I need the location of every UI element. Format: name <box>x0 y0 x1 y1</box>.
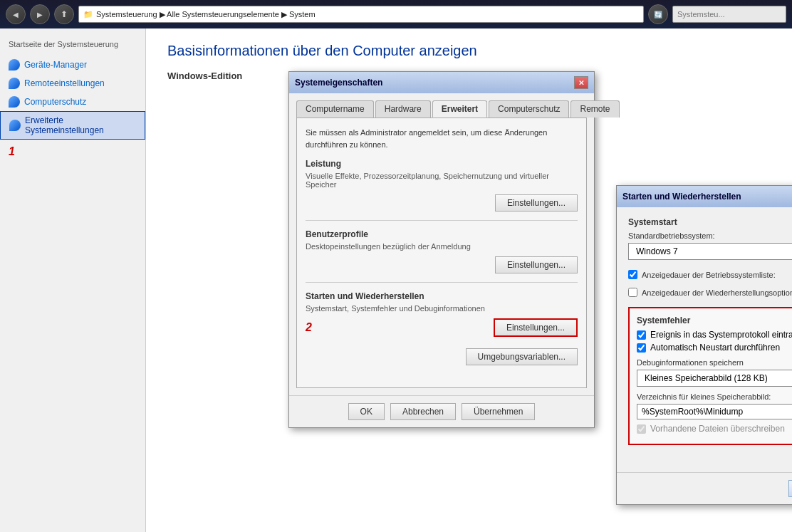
dialog-title: Systemeigenschaften <box>295 78 382 88</box>
systemstart-title: Systemstart <box>628 217 792 227</box>
info-text: Sie müssen als Administrator angemeldet … <box>306 127 578 150</box>
sidebar-title: Startseite der Systemsteuerung <box>0 36 145 56</box>
shield-icon <box>9 59 20 71</box>
tab-content: Sie müssen als Administrator angemeldet … <box>296 118 587 388</box>
tab-hardware[interactable]: Hardware <box>375 100 431 118</box>
anzeigedauer-wh-checkbox[interactable] <box>628 288 637 297</box>
address-text: Systemsteuerung ▶ Alle Systemsteuerungse… <box>96 10 316 19</box>
annotation-2: 2 <box>306 321 312 334</box>
folder-icon: 📁 <box>83 10 93 19</box>
dialog-footer: OK Abbrechen Übernehmen <box>289 395 594 427</box>
debug-label: Debuginformationen speichern <box>637 358 792 367</box>
leistung-settings-btn[interactable]: Einstellungen... <box>495 194 578 212</box>
ereignis-label: Ereignis in das Systemprotokoll eintrage… <box>650 330 792 340</box>
tab-bar: Computername Hardware Erweitert Computer… <box>296 100 587 118</box>
back-btn[interactable]: ◀ <box>6 4 26 24</box>
vorhandene-row: Vorhandene Dateien überschreiben <box>637 424 792 434</box>
ereignis-row: Ereignis in das Systemprotokoll eintrage… <box>637 330 792 340</box>
neustart-label: Automatisch Neustart durchführen <box>650 343 780 353</box>
annotation-1: 1 <box>9 145 15 157</box>
tab-computerschutz[interactable]: Computerschutz <box>489 100 569 118</box>
neustart-checkbox[interactable] <box>637 343 646 353</box>
vorhandene-label: Vorhandene Dateien überschreiben <box>650 424 785 434</box>
benutzer-settings-btn[interactable]: Einstellungen... <box>495 256 578 273</box>
tab-erweitert[interactable]: Erweitert <box>432 100 487 118</box>
close-button[interactable]: ✕ <box>574 76 588 89</box>
divider-1 <box>306 220 578 221</box>
address-bar[interactable]: 📁 Systemsteuerung ▶ Alle Systemsteuerung… <box>78 6 644 23</box>
sidebar-item-remote[interactable]: Remoteeinstellungen <box>0 74 145 93</box>
swh-title: Starten und Wiederherstellen <box>622 192 741 202</box>
standardos-label: Standardbetriebssystem: <box>628 231 792 240</box>
starten-desc: Systemstart, Systemfehler und Debuginfor… <box>306 304 578 313</box>
shield-icon <box>9 78 20 89</box>
search-input[interactable] <box>672 6 786 23</box>
sidebar-item-label: Remoteeinstellungen <box>24 78 105 88</box>
forward-btn[interactable]: ▶ <box>30 4 50 24</box>
swh-titlebar: Starten und Wiederherstellen ✕ <box>617 186 792 207</box>
sidebar-item-label: Geräte-Manager <box>24 60 87 70</box>
taskbar: ◀ ▶ ⬆ 📁 Systemsteuerung ▶ Alle Systemste… <box>0 0 792 28</box>
uebernehmen-btn-syseigen[interactable]: Übernehmen <box>462 403 535 420</box>
benutzer-label: Benutzerprofile <box>306 229 578 239</box>
shield-icon <box>9 96 20 108</box>
systemfehler-box: Systemfehler Ereignis in das Systemproto… <box>628 307 792 445</box>
sidebar-item-computerschutz[interactable]: Computerschutz <box>0 93 145 111</box>
dialog-starten-wiederherstellen: Starten und Wiederherstellen ✕ Systemsta… <box>616 185 792 505</box>
ereignis-checkbox[interactable] <box>637 330 646 340</box>
debug-select[interactable]: Kleines Speicherabbild (128 KB) <box>637 370 792 387</box>
benutzer-desc: Desktopeinstellungen bezüglich der Anmel… <box>306 242 578 251</box>
dialog-titlebar: Systemeigenschaften ✕ <box>289 72 594 93</box>
anzeigedauer-os-checkbox[interactable] <box>628 270 637 279</box>
sidebar-item-label: Computerschutz <box>24 97 86 107</box>
abbrechen-btn-syseigen[interactable]: Abbrechen <box>390 403 456 420</box>
dialog-overlay: Systemeigenschaften ✕ Computername Hardw… <box>146 28 792 532</box>
dialog-systemeigenschaften: Systemeigenschaften ✕ Computername Hardw… <box>288 71 595 428</box>
anzeigedauer-os-label: Anzeigedauer der Betriebssystemliste: <box>642 271 792 279</box>
sidebar-item-label: Erweiterte Systemeinstellungen <box>25 115 136 135</box>
divider-2 <box>306 282 578 283</box>
tab-remote[interactable]: Remote <box>570 100 619 118</box>
anzeigedauer-wh-label: Anzeigedauer der Wiederherstellungsoptio… <box>642 288 792 297</box>
sidebar: Startseite der Systemsteuerung Geräte-Ma… <box>0 28 146 532</box>
main-content: Basisinformationen über den Computer anz… <box>146 28 792 532</box>
standardos-select[interactable]: Windows 7 <box>628 243 792 260</box>
neustart-row: Automatisch Neustart durchführen <box>637 343 792 353</box>
starten-label: Starten und Wiederherstellen <box>306 291 578 301</box>
anzeigedauer-os-row: Anzeigedauer der Betriebssystemliste: Se… <box>628 267 792 282</box>
shield-icon <box>9 120 21 131</box>
sidebar-item-erweitert[interactable]: Erweiterte Systemeinstellungen <box>0 111 145 140</box>
sidebar-item-geraete[interactable]: Geräte-Manager <box>0 56 145 74</box>
ok-btn-swh[interactable]: OK <box>788 480 792 497</box>
verzeichnis-input[interactable] <box>637 404 792 419</box>
anzeigedauer-wh-row: Anzeigedauer der Wiederherstellungsoptio… <box>628 285 792 300</box>
swh-body: Systemstart Standardbetriebssystem: Wind… <box>617 207 792 472</box>
leistung-desc: Visuelle Effekte, Prozessorzeitplanung, … <box>306 172 578 189</box>
titlebar-buttons: ✕ <box>574 76 588 89</box>
starten-settings-btn[interactable]: Einstellungen... <box>494 318 578 337</box>
tab-computername[interactable]: Computername <box>296 100 374 118</box>
dialog-body: Computername Hardware Erweitert Computer… <box>289 93 594 395</box>
umgebung-btn[interactable]: Umgebungsvariablen... <box>466 348 578 365</box>
verzeichnis-label: Verzeichnis für kleines Speicherabbild: <box>637 392 792 401</box>
vorhandene-checkbox[interactable] <box>637 424 646 434</box>
swh-footer: OK Abbrechen <box>617 472 792 504</box>
leistung-label: Leistung <box>306 159 578 169</box>
systemfehler-title: Systemfehler <box>637 315 792 325</box>
refresh-btn[interactable]: 🔄 <box>648 4 668 24</box>
ok-btn-syseigen[interactable]: OK <box>348 403 385 420</box>
up-btn[interactable]: ⬆ <box>54 4 74 24</box>
